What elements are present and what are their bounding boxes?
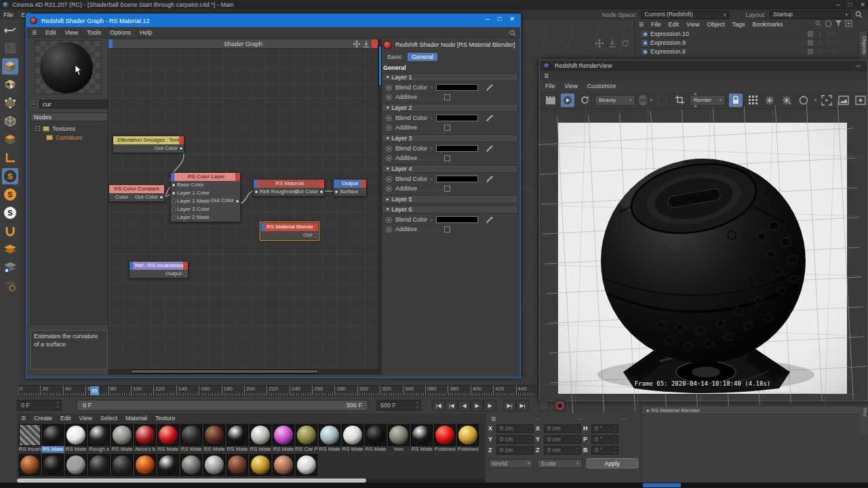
material-item[interactable] (249, 454, 272, 476)
port-icon[interactable] (386, 94, 392, 100)
material-item[interactable]: iron (387, 424, 410, 453)
shader-graph-titlebar[interactable]: Redshift Shader Graph - RS Material.12 ─… (26, 14, 520, 27)
graph-area[interactable]: Shader Graph Effectatron Smudges : (108, 39, 378, 375)
rot-p-field[interactable]: 0 ° (591, 435, 618, 444)
current-frame-field[interactable]: 0 F (17, 400, 62, 411)
sg-menu-item[interactable]: Edit (45, 29, 56, 36)
pixel-grid-icon[interactable] (656, 94, 669, 107)
end-frame-field[interactable]: 500 F (376, 400, 421, 411)
blend-color-swatch[interactable] (436, 145, 478, 152)
rv-menu-item[interactable]: Customize (587, 83, 616, 89)
out-port[interactable] (183, 272, 187, 276)
graph-hscrollbar[interactable] (108, 369, 378, 374)
out-port[interactable] (235, 199, 239, 203)
rv-menu-item[interactable]: View (565, 83, 578, 89)
layer-header[interactable]: ▾Layer 1 (382, 73, 518, 81)
mat-menu-item[interactable]: View (79, 415, 92, 422)
objmgr-menu-item[interactable]: Edit (669, 21, 679, 28)
polygons-mode-icon[interactable] (2, 131, 18, 148)
rv-menu-item[interactable]: File (545, 83, 555, 89)
lock-icon[interactable] (729, 94, 743, 107)
eyedropper-icon[interactable] (486, 84, 493, 92)
objmgr-menu-item[interactable]: Object (707, 21, 724, 28)
sg-minimize-button[interactable]: ─ (486, 16, 490, 22)
playhead[interactable]: 65 (90, 386, 99, 395)
material-item[interactable]: RS Mate (64, 424, 87, 453)
region-circle-icon[interactable] (797, 94, 810, 107)
sg-search-icon[interactable] (509, 30, 516, 37)
om-path-icon[interactable] (825, 20, 831, 26)
object-row[interactable]: Expression.8 ⋮ ⁙⁙ (635, 47, 868, 56)
eyedropper-icon[interactable] (486, 115, 493, 122)
material-item[interactable]: RS Mate (226, 424, 249, 453)
dolly-icon[interactable] (608, 39, 616, 47)
surface-port[interactable] (334, 190, 338, 194)
texture-view-icon[interactable] (2, 40, 18, 56)
transport-button[interactable]: |◀ (445, 400, 458, 411)
objects-tab[interactable]: Objects (859, 30, 868, 60)
edges-mode-icon[interactable] (2, 113, 18, 129)
render-dropdown[interactable]: < Render >▾ (690, 95, 726, 106)
port-icon[interactable] (386, 186, 392, 192)
editor-dot-icon[interactable] (808, 40, 813, 45)
scale-y-field[interactable]: 0 cm (544, 435, 581, 444)
sg-menu-item[interactable]: Help (140, 29, 153, 36)
snapshot-icon[interactable] (544, 94, 557, 107)
magnet-icon[interactable] (2, 223, 18, 239)
node-rs-material[interactable]: RS Material Refl RoughnessOut Color (253, 179, 325, 197)
material-item[interactable]: Akira's b (134, 424, 157, 453)
apply-button[interactable]: Apply (587, 458, 638, 468)
layout-dropdown[interactable]: Startup▾ (770, 11, 851, 19)
out-port[interactable] (159, 195, 163, 199)
out-port[interactable] (319, 190, 323, 194)
graph-pan-icon[interactable] (353, 41, 360, 47)
visibility-dots-icon[interactable]: ⋮ (817, 49, 823, 55)
transport-button[interactable]: ▶| (503, 400, 516, 411)
material-item[interactable]: RS Mate (249, 424, 272, 453)
port-icon[interactable] (386, 85, 392, 91)
visibility-dots-icon[interactable]: ⋮ (817, 40, 823, 46)
save-image-icon[interactable] (837, 94, 850, 107)
xpresso-tag-icon[interactable]: ⁙⁙ (827, 49, 837, 54)
sg-menu-item[interactable]: Options (110, 29, 131, 36)
tree-folder-textures[interactable]: − Textures (31, 124, 107, 133)
layer-header[interactable]: ▾Layer 3 (382, 134, 518, 142)
minimize-button[interactable]: ─ (836, 1, 840, 8)
material-item[interactable]: RS Mate (41, 424, 64, 453)
material-item[interactable] (226, 454, 249, 476)
sg-close-button[interactable]: ✕ (509, 16, 515, 22)
timeline-ruler[interactable]: 0204060801001201401601802002202402602803… (17, 385, 536, 396)
transport-button[interactable]: ▶ (471, 400, 484, 411)
points-mode-icon[interactable] (2, 95, 18, 111)
object-row[interactable]: Expression.9 ⋮ ⁙⁙ (635, 38, 868, 47)
editor-dot-icon[interactable] (808, 31, 813, 37)
layer-refresh-icon[interactable] (2, 278, 18, 294)
eyedropper-icon[interactable] (486, 216, 493, 224)
sg-menu-item[interactable]: View (65, 29, 78, 36)
range-slider[interactable]: 0 F 500 F (77, 400, 368, 411)
out-port[interactable] (313, 233, 317, 237)
axis-mode-icon[interactable] (2, 150, 18, 166)
port-icon[interactable] (386, 155, 392, 161)
node-space-dropdown[interactable]: Current (Redshift)▾ (641, 11, 729, 19)
input-port[interactable] (172, 199, 176, 203)
eyedropper-icon[interactable] (486, 176, 493, 183)
pan-icon[interactable] (595, 39, 604, 47)
crop-icon[interactable] (673, 94, 686, 107)
material-item[interactable]: RS Mate (364, 424, 387, 453)
search-icon[interactable] (855, 11, 863, 18)
objmgr-menu-item[interactable]: View (686, 21, 699, 28)
visibility-dots-icon[interactable]: ⋮ (817, 31, 823, 37)
node-ref-rs-incandescent[interactable]: Ref : RS Incandescent Output (129, 261, 189, 279)
input-port[interactable] (172, 216, 176, 220)
mode-dropdown[interactable]: Scale▾ (537, 459, 582, 468)
node-rs-color-layer[interactable]: RS Color Layer Base Color Layer 1 Color … (170, 172, 241, 222)
pos-y-field[interactable]: 0 cm (496, 435, 534, 444)
pos-z-field[interactable]: 0 cm (496, 446, 534, 455)
mat-menu-item[interactable]: Select (100, 415, 117, 422)
port-icon[interactable] (386, 115, 392, 121)
tree-item-curvature[interactable]: Curvature (31, 133, 107, 142)
material-item[interactable] (180, 454, 203, 476)
additive-checkbox[interactable] (444, 155, 450, 161)
material-item[interactable] (134, 454, 157, 476)
